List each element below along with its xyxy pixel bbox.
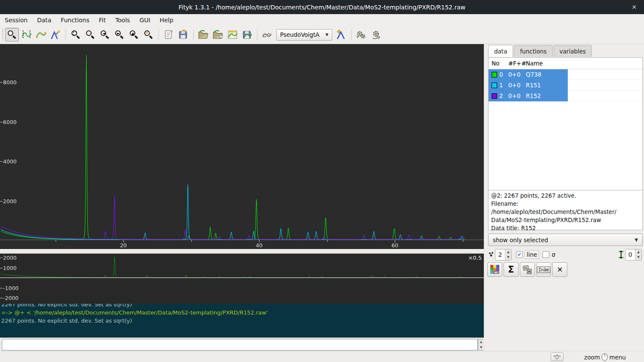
menu-fit[interactable]: Fit	[94, 15, 110, 25]
sigma-checkbox[interactable]	[543, 251, 549, 258]
menu-functions[interactable]: Functions	[56, 15, 94, 25]
left-button-hint: zoom	[584, 354, 600, 361]
mouse-hints-icon	[553, 354, 561, 359]
info-title: Data title: R152	[491, 224, 640, 232]
auto-add-peak-button[interactable]	[334, 28, 348, 42]
sigma-checkbox-label[interactable]: σ	[552, 251, 555, 258]
active-dataset-spinner[interactable]: 2 ▲ ▼	[495, 249, 512, 261]
table-row[interactable]: 2 0+0 R152	[489, 91, 642, 101]
undo-fit-gears-icon	[356, 30, 367, 40]
output-console[interactable]: 2267 points. No explicit std. dev. Set a…	[0, 304, 484, 338]
mouse-hints-button[interactable]	[551, 353, 564, 361]
colors-sequence-button[interactable]	[487, 262, 502, 277]
line-checkbox[interactable]: ✔	[516, 251, 523, 258]
peak-wand-icon	[51, 30, 61, 40]
right-button-hint: menu	[609, 354, 626, 361]
open-data-advanced-button[interactable]	[211, 28, 225, 42]
open-data-button[interactable]	[197, 28, 210, 42]
copy-functions-button[interactable]	[520, 262, 535, 277]
show-mode-dropdown[interactable]: show only selected ▼	[488, 234, 643, 246]
menu-session[interactable]: Session	[0, 15, 32, 25]
background-mode-button[interactable]	[34, 28, 48, 42]
add-peak-mode-button[interactable]	[49, 28, 63, 42]
dataset-color-swatch[interactable]	[492, 93, 497, 99]
x-tick-label: 60	[391, 242, 398, 249]
menu-tools[interactable]: Tools	[110, 15, 135, 25]
menu-help[interactable]: Help	[155, 15, 178, 25]
close-icon[interactable]: ×	[630, 3, 638, 11]
fityk-window: Fityk 1.3.1 - /home/aleplo/test/Document…	[0, 0, 644, 362]
table-row[interactable]: 0 0+0 Q738	[489, 69, 642, 80]
title-bar[interactable]: Fityk 1.3.1 - /home/aleplo/test/Document…	[0, 0, 644, 14]
rename-button[interactable]: Ināṃ	[536, 262, 551, 277]
scroll-down-icon[interactable]: ▼	[478, 345, 484, 350]
plot-splitter[interactable]	[0, 249, 484, 254]
zoom-vertically-button[interactable]: ┄	[83, 28, 97, 42]
scroll-up-icon[interactable]: ▲	[478, 339, 484, 345]
zoom-mode-button[interactable]	[5, 28, 19, 42]
dataset-info-box: @2: 2267 points, 2267 active. Filename: …	[488, 190, 643, 230]
data-points-icon	[488, 251, 494, 258]
edit-data-button[interactable]	[226, 28, 239, 42]
save-session-button[interactable]	[176, 28, 190, 42]
spin-up-icon[interactable]: ▲	[635, 249, 641, 255]
data-transform-button[interactable]	[260, 28, 274, 42]
main-toolbar: ┄ ◄ ► ▲ ↶	[0, 26, 644, 44]
x-tick-label: 40	[256, 242, 262, 249]
delete-dataset-button[interactable]: ✕	[552, 262, 567, 277]
menu-gui[interactable]: GUI	[135, 15, 155, 25]
dataset-color-swatch[interactable]	[492, 72, 497, 77]
zoom-up-button[interactable]: ▲	[127, 28, 141, 42]
tab-variables[interactable]: variables	[554, 45, 592, 57]
y-tick-label: 4000	[3, 158, 17, 165]
spin-down-icon[interactable]: ▼	[505, 255, 511, 260]
zoom-left-button[interactable]: ◄	[98, 28, 112, 42]
save-data-button[interactable]	[240, 28, 254, 42]
col-ff: #F+#	[506, 60, 524, 67]
main-plot[interactable]: 2000400060008000	[0, 44, 484, 240]
peak-type-value: PseudoVoigtA	[280, 31, 319, 38]
undo-fit-button[interactable]	[355, 28, 368, 42]
dataset-name: R151	[524, 80, 568, 91]
dataset-no: 2	[499, 92, 503, 99]
data-range-icon	[21, 30, 32, 40]
aux-plot[interactable]: 20001000-1000-2000 ×0.5	[0, 254, 484, 304]
zoom-all-button[interactable]	[69, 28, 83, 42]
zoom-right-button[interactable]: ►	[113, 28, 126, 42]
zoom-right-icon: ►	[115, 30, 124, 39]
menu-data[interactable]: Data	[32, 15, 56, 25]
aux-y-tick-label: -2000	[3, 295, 18, 301]
dataset-name: Q738	[524, 69, 568, 80]
aux-scale-label: ×0.5	[468, 255, 482, 261]
dataset-color-swatch[interactable]	[492, 83, 497, 88]
col-name: Name	[524, 60, 568, 67]
previous-zoom-button[interactable]: ↶	[142, 28, 155, 42]
info-filename-1: Filename: /home/aleplo/test/Documents/Ch…	[491, 200, 640, 216]
show-log-button[interactable]	[162, 28, 176, 42]
dataset-spinner-value: 2	[495, 251, 505, 258]
dataset-ff: 0+0	[506, 69, 524, 80]
save-session-icon	[178, 30, 188, 40]
sum-button[interactable]: Σ	[504, 262, 519, 277]
main-plot-canvas	[0, 44, 484, 240]
line-checkbox-label[interactable]: line	[525, 250, 539, 259]
input-history-scrollbar[interactable]: ▲ ▼	[478, 339, 484, 350]
save-dataset-icon	[242, 30, 252, 40]
sidebar-tabs: data functions variables	[488, 45, 593, 57]
command-input[interactable]	[2, 339, 478, 350]
tab-functions[interactable]: functions	[514, 45, 552, 57]
data-range-mode-button[interactable]	[20, 28, 33, 42]
add-peak-icon	[336, 30, 347, 40]
col-no: No	[489, 60, 506, 67]
spin-up-icon[interactable]: ▲	[505, 249, 511, 255]
toolbar-grip[interactable]	[1, 29, 5, 40]
tab-data[interactable]: data	[488, 45, 513, 57]
menu-bar: Session Data Functions Fit Tools GUI Hel…	[0, 14, 644, 26]
run-fit-button[interactable]	[369, 28, 383, 42]
chevron-down-icon: ▼	[325, 33, 328, 37]
functions-stamp-icon	[523, 265, 532, 274]
spin-down-icon[interactable]: ▼	[635, 255, 641, 260]
table-row[interactable]: 1 0+0 R151	[489, 80, 642, 91]
shift-spinner[interactable]: 0 ▲ ▼	[625, 249, 642, 261]
peak-type-dropdown[interactable]: PseudoVoigtA ▼	[276, 29, 332, 41]
